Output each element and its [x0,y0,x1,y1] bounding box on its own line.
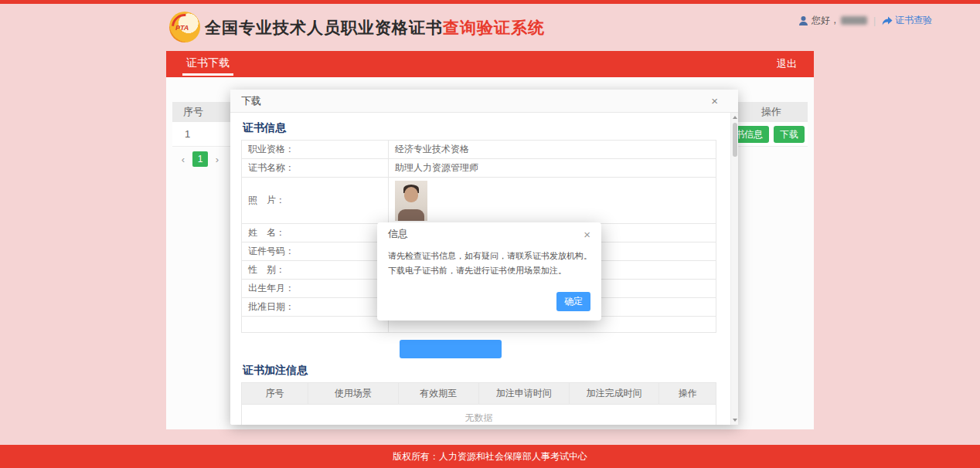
field-label: 证件号码： [242,242,389,261]
photo-cell [389,178,716,224]
field-label: 出生年月： [242,280,389,298]
next-page-icon[interactable]: › [211,154,223,165]
download-modal-title: 下载 [241,94,261,108]
site-title: 全国专业技术人员职业资格证书查询验证系统 [205,17,545,39]
modal-scrollbar[interactable] [730,113,738,425]
field-value: 助理人力资源管理师 [389,159,716,178]
table-row: 职业资格： 经济专业技术资格 [242,141,716,159]
scrollbar-thumb[interactable] [733,123,737,157]
page-footer: 版权所有：人力资源和社会保障部人事考试中心 [0,445,980,468]
table-row: 证书名称： 助理人力资源管理师 [242,159,716,178]
table-row: 照 片： [242,178,716,224]
greeting-text: 您好， [812,14,839,27]
row-download-button[interactable]: 下载 [774,126,805,143]
tab-cert-download[interactable]: 证书下载 [186,51,230,77]
cert-info-section-title: 证书信息 [241,119,716,140]
no-data-text: 无数据 [242,405,716,426]
close-icon[interactable]: × [711,95,718,107]
field-label: 证书名称： [242,159,389,178]
user-icon [798,15,808,25]
info-dialog-header: 信息 × [377,222,601,246]
field-label: 姓 名： [242,224,389,242]
scroll-down-icon[interactable] [733,419,737,422]
pagination: ‹ 1 › [177,151,223,167]
cert-verify-link[interactable]: 证书查验 [882,14,932,27]
annotation-table: 序号 使用场景 有效期至 加注申请时间 加注完成时间 操作 无数据 [241,382,716,425]
info-dialog-line1: 请先检查证书信息，如有疑问，请联系证书发放机构。 [388,249,590,263]
share-arrow-icon [882,16,893,25]
cert-verify-link-label: 证书查验 [895,14,932,27]
confirm-button[interactable]: 确定 [556,292,590,311]
column-header: 加注完成时间 [569,383,659,405]
column-header: 加注申请时间 [478,383,569,405]
annotation-section-title: 证书加注信息 [241,361,716,382]
usage-annotation-button[interactable] [400,340,502,358]
column-header: 序号 [242,383,308,405]
pta-logo-text: PTA [175,24,189,32]
prev-page-icon[interactable]: ‹ [177,154,189,165]
info-dialog-footer: 确定 [377,292,601,320]
page-number-1[interactable]: 1 [192,151,208,167]
empty-label-cell [242,317,389,333]
account-bar: 您好， | 证书查验 [798,14,932,27]
account-divider: | [873,15,876,26]
page-header: PTA 全国专业技术人员职业资格证书查询验证系统 [166,4,814,51]
certificate-photo [395,181,427,221]
logout-button[interactable]: 退出 [777,57,797,71]
info-dialog-line2: 下载电子证书前，请先进行证书使用场景加注。 [388,263,590,278]
column-header: 使用场景 [308,383,398,405]
copyright-text: 版权所有：人力资源和社会保障部人事考试中心 [393,451,587,462]
site-title-main: 全国专业技术人员职业资格证书 [205,19,443,36]
scroll-up-icon[interactable] [733,116,737,119]
no-data-row: 无数据 [242,405,716,426]
field-label: 性 别： [242,261,389,280]
main-nav: 证书下载 退出 [166,51,814,77]
field-label: 批准日期： [242,298,389,317]
pta-logo: PTA [169,12,200,42]
annotation-header-row: 序号 使用场景 有效期至 加注申请时间 加注完成时间 操作 [242,383,716,405]
field-label: 职业资格： [242,141,389,159]
photo-head-shape [404,187,418,202]
info-dialog: 信息 × 请先检查证书信息，如有疑问，请联系证书发放机构。 下载电子证书前，请先… [377,222,601,320]
field-label: 照 片： [242,178,389,224]
site-title-accent: 查询验证系统 [443,19,545,36]
photo-torso-shape [398,209,424,221]
download-modal-header: 下载 × [230,90,738,113]
column-header-action: 操作 [761,102,781,122]
column-header: 操作 [659,383,716,405]
column-header-index: 序号 [183,106,203,117]
info-dialog-body: 请先检查证书信息，如有疑问，请联系证书发放机构。 下载电子证书前，请先进行证书使… [377,246,601,278]
row-index-cell: 1 [185,128,190,140]
info-dialog-title: 信息 [388,227,408,241]
close-icon[interactable]: × [584,229,590,240]
column-header: 有效期至 [398,383,478,405]
field-value: 经济专业技术资格 [389,141,716,159]
redacted-username [841,16,867,25]
